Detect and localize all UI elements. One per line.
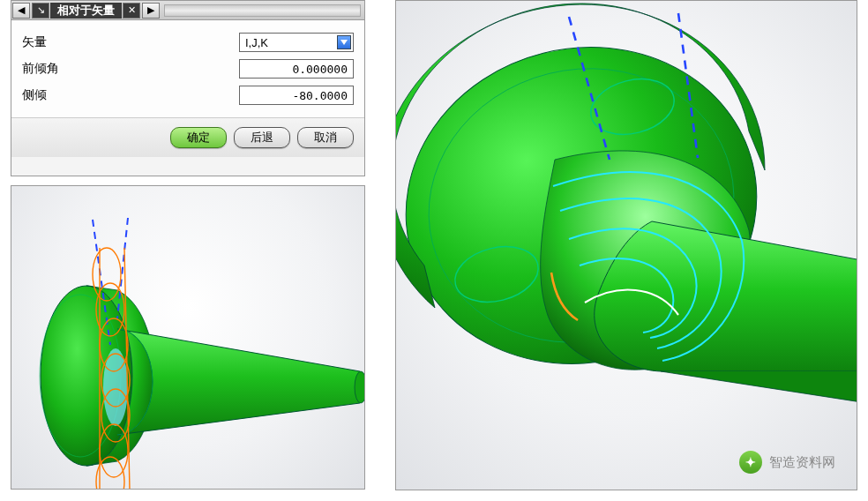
model-closeup-svg (396, 1, 857, 490)
ok-button[interactable]: 确定 (170, 127, 227, 148)
dialog-body: 矢量 I,J,K 前倾角 侧倾 (11, 20, 364, 117)
dialog-header: ◀ ↘ 相对于矢量 ✕ ▶ (11, 1, 364, 20)
tilt-angle-input[interactable] (239, 86, 354, 105)
chevron-down-icon (337, 35, 351, 49)
viewport-closeup[interactable]: ✦ 智造资料网 (395, 0, 857, 490)
dialog-title: 相对于矢量 (50, 3, 122, 19)
row-vector: 矢量 I,J,K (22, 29, 354, 56)
row-lead-angle: 前倾角 (22, 56, 354, 82)
vector-label: 矢量 (22, 34, 239, 50)
vector-dialog: ◀ ↘ 相对于矢量 ✕ ▶ 矢量 I,J,K 前倾角 侧倾 确定 后退 取消 (11, 0, 365, 176)
tilt-label: 侧倾 (22, 87, 239, 103)
svg-point-2 (355, 371, 365, 403)
back-button[interactable]: 后退 (234, 127, 290, 148)
watermark: ✦ 智造资料网 (739, 451, 835, 474)
vector-value: I,J,K (245, 36, 337, 49)
row-tilt-angle: 侧倾 (22, 82, 354, 108)
header-spacer (164, 4, 361, 17)
dialog-buttons: 确定 后退 取消 (11, 117, 364, 157)
wechat-icon: ✦ (739, 451, 762, 474)
vector-dropdown[interactable]: I,J,K (239, 33, 354, 52)
lead-angle-input[interactable] (239, 59, 354, 79)
nav-next-button[interactable]: ▶ (142, 3, 160, 19)
lead-label: 前倾角 (22, 61, 239, 77)
model-side-svg (11, 186, 365, 490)
cancel-button[interactable]: 取消 (297, 127, 354, 148)
nav-current-button[interactable]: ↘ (32, 3, 49, 19)
close-icon[interactable]: ✕ (123, 3, 140, 19)
watermark-text: 智造资料网 (769, 454, 835, 471)
viewport-toolpath-side[interactable] (11, 185, 365, 490)
nav-prev-button[interactable]: ◀ (12, 3, 30, 19)
